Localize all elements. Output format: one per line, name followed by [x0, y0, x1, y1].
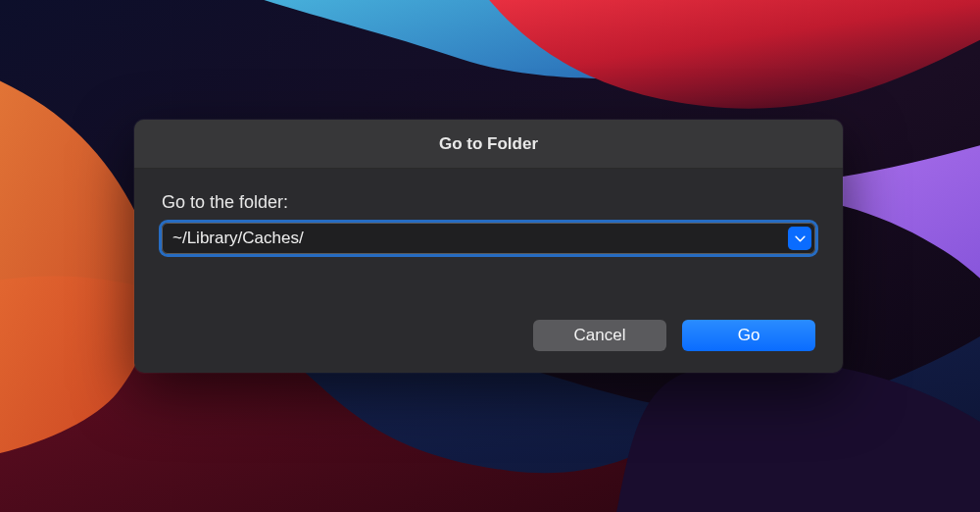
path-input[interactable]: [162, 223, 815, 254]
go-button[interactable]: Go: [682, 320, 815, 351]
dialog-body: Go to the folder: Cancel Go: [134, 169, 843, 373]
cancel-button[interactable]: Cancel: [533, 320, 666, 351]
dialog-title: Go to Folder: [439, 134, 538, 154]
chevron-down-icon: [795, 235, 806, 242]
dialog-titlebar: Go to Folder: [134, 120, 843, 169]
dialog-button-row: Cancel Go: [162, 320, 815, 351]
path-combobox[interactable]: [162, 223, 815, 254]
go-to-folder-dialog: Go to Folder Go to the folder: Cancel Go: [134, 120, 843, 373]
history-dropdown-button[interactable]: [788, 227, 811, 250]
path-label: Go to the folder:: [162, 192, 815, 213]
